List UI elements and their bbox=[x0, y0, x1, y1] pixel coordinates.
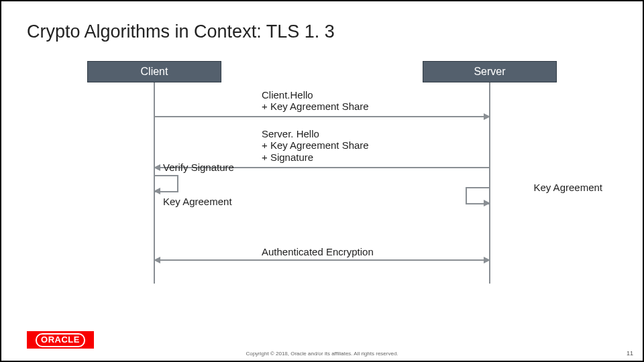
actor-server: Server bbox=[423, 61, 557, 82]
slide-title: Crypto Algorithms in Context: TLS 1. 3 bbox=[27, 21, 617, 42]
lifeline-server bbox=[489, 82, 490, 284]
copyright-footer: Copyright © 2018, Oracle and/or its affi… bbox=[1, 351, 643, 357]
label-server-key-agreement: Key Agreement bbox=[533, 182, 602, 193]
loop-server-key-agreement bbox=[466, 187, 490, 204]
label-client-key-agreement: Key Agreement bbox=[163, 196, 232, 207]
label-auth-encryption: Authenticated Encryption bbox=[262, 246, 374, 257]
oracle-logo-text: ORACLE bbox=[36, 333, 85, 347]
slide: Crypto Algorithms in Context: TLS 1. 3 C… bbox=[0, 0, 644, 362]
label-client-hello: Client.Hello + Key Agreement Share bbox=[262, 89, 369, 113]
arrow-client-hello bbox=[154, 116, 490, 117]
sequence-diagram: Client Server Client.Hello + Key Agreeme… bbox=[60, 61, 584, 289]
arrow-auth-encryption bbox=[154, 259, 490, 261]
actor-client: Client bbox=[87, 61, 221, 82]
page-number: 11 bbox=[627, 350, 633, 357]
label-server-hello: Server. Hello + Key Agreement Share + Si… bbox=[262, 128, 369, 163]
actor-client-label: Client bbox=[141, 66, 168, 78]
actor-server-label: Server bbox=[474, 66, 505, 78]
loop-client-key-agreement bbox=[154, 175, 178, 192]
oracle-logo: ORACLE bbox=[27, 331, 94, 349]
label-verify-signature: Verify Signature bbox=[163, 162, 234, 173]
